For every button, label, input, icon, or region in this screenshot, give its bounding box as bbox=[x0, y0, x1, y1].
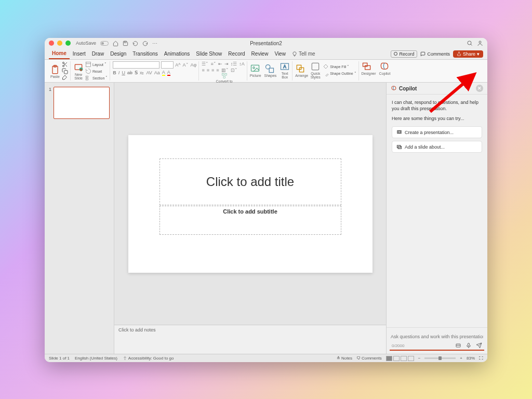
comments-toggle[interactable]: 🗨 Comments bbox=[356, 356, 382, 361]
close-window-button[interactable] bbox=[49, 41, 54, 46]
share-button[interactable]: Share ▾ bbox=[453, 50, 483, 58]
strikethrough-button[interactable]: ab bbox=[127, 70, 132, 75]
notes-pane[interactable]: Click to add notes bbox=[114, 325, 386, 354]
search-icon[interactable] bbox=[467, 40, 473, 46]
clear-format-icon[interactable]: Aφ bbox=[191, 62, 197, 68]
arrange-button[interactable]: Arrange bbox=[295, 63, 308, 77]
shape-outline-button[interactable]: Shape Outline ˅ bbox=[323, 71, 356, 77]
shapes-button[interactable]: Shapes bbox=[264, 63, 277, 77]
suggestion-create-presentation[interactable]: Create a presentation... bbox=[392, 126, 482, 138]
copy-icon[interactable] bbox=[62, 68, 68, 74]
tab-record[interactable]: Record bbox=[225, 48, 248, 59]
minimize-window-button[interactable] bbox=[57, 41, 62, 46]
columns-button[interactable]: ▥˅ bbox=[221, 68, 229, 73]
align-center-button[interactable]: ≡ bbox=[207, 68, 209, 73]
align-left-button[interactable]: ≡ bbox=[202, 68, 204, 73]
normal-view-button[interactable] bbox=[386, 356, 392, 361]
numbering-button[interactable]: ≡˅ bbox=[210, 61, 216, 66]
char-spacing-button[interactable]: AV bbox=[146, 70, 152, 75]
subscript-button[interactable]: x₂ bbox=[140, 70, 144, 75]
align-text-button[interactable]: ⊡˅ bbox=[231, 68, 237, 73]
maximize-window-button[interactable] bbox=[65, 41, 71, 46]
mic-icon[interactable] bbox=[466, 342, 472, 349]
subtitle-placeholder[interactable]: Click to add subtitle bbox=[159, 206, 341, 235]
tab-insert[interactable]: Insert bbox=[70, 48, 89, 59]
quick-styles-button[interactable]: Quick Styles bbox=[310, 61, 321, 79]
save-icon[interactable] bbox=[123, 41, 128, 46]
home-icon[interactable] bbox=[113, 41, 118, 46]
user-icon[interactable] bbox=[477, 40, 483, 46]
tell-me-search[interactable]: Tell me bbox=[292, 51, 315, 57]
fit-to-window-button[interactable]: ⛶ bbox=[479, 356, 483, 361]
sorter-view-button[interactable] bbox=[393, 356, 400, 361]
zoom-level[interactable]: 83% bbox=[467, 356, 475, 361]
copilot-input[interactable] bbox=[390, 332, 484, 341]
undo-icon[interactable] bbox=[132, 41, 138, 46]
svg-point-2 bbox=[479, 41, 481, 43]
tab-transitions[interactable]: Transitions bbox=[129, 48, 161, 59]
tab-design[interactable]: Design bbox=[107, 48, 129, 59]
notes-toggle[interactable]: ≛ Notes bbox=[337, 356, 352, 361]
picture-button[interactable]: Picture bbox=[250, 63, 261, 77]
redo-icon[interactable] bbox=[142, 41, 148, 46]
new-slide-button[interactable]: + New Slide bbox=[73, 62, 84, 80]
paste-button[interactable]: Paste bbox=[50, 64, 60, 78]
copilot-ribbon-button[interactable]: Copilot bbox=[379, 61, 391, 75]
italic-button[interactable]: I bbox=[118, 70, 120, 75]
title-placeholder[interactable]: Click to add title bbox=[159, 158, 341, 205]
record-button[interactable]: Record bbox=[391, 50, 417, 58]
svg-rect-25 bbox=[300, 68, 304, 72]
indent-dec-button[interactable]: ⇤ bbox=[218, 61, 222, 66]
shape-fill-button[interactable]: Shape Fill ˅ bbox=[323, 64, 356, 70]
change-case-button[interactable]: Aa bbox=[154, 70, 160, 75]
autosave-toggle[interactable] bbox=[100, 41, 109, 46]
slide-canvas[interactable]: Click to add title Click to add subtitle bbox=[114, 83, 386, 325]
format-painter-icon[interactable] bbox=[62, 75, 68, 81]
indent-inc-button[interactable]: ⇥ bbox=[224, 61, 229, 66]
section-button[interactable]: Section ˅ bbox=[85, 75, 108, 81]
comments-button[interactable]: Comments bbox=[420, 51, 450, 57]
cut-icon[interactable] bbox=[62, 61, 68, 68]
decrease-font-icon[interactable]: A˅ bbox=[183, 62, 189, 68]
font-family-selector[interactable] bbox=[113, 61, 159, 69]
font-color-button[interactable]: A bbox=[167, 70, 170, 76]
tab-home[interactable]: Home bbox=[49, 48, 70, 59]
tab-draw[interactable]: Draw bbox=[89, 48, 107, 59]
slideshow-view-button[interactable] bbox=[408, 356, 414, 361]
language-indicator[interactable]: English (United States) bbox=[75, 356, 117, 361]
zoom-in-button[interactable]: + bbox=[460, 356, 462, 361]
tab-review[interactable]: Review bbox=[248, 48, 272, 59]
svg-rect-26 bbox=[312, 63, 319, 70]
bullets-button[interactable]: ☰˅ bbox=[202, 61, 208, 66]
textbox-button[interactable]: AText Box bbox=[280, 61, 290, 79]
increase-font-icon[interactable]: A^ bbox=[175, 62, 180, 68]
zoom-slider[interactable] bbox=[424, 357, 456, 359]
shadow-button[interactable]: 𝗦 bbox=[135, 70, 138, 75]
suggestion-add-slide[interactable]: Add a slide about... bbox=[392, 141, 482, 153]
accessibility-indicator[interactable]: Accessibility: Good to go bbox=[123, 356, 174, 361]
font-size-selector[interactable] bbox=[161, 61, 174, 69]
slide-indicator[interactable]: Slide 1 of 1 bbox=[49, 356, 70, 361]
more-qat-icon[interactable]: ⋯ bbox=[152, 41, 157, 46]
reset-button[interactable]: Reset bbox=[85, 68, 108, 74]
tab-slideshow[interactable]: Slide Show bbox=[193, 48, 225, 59]
zoom-thumb[interactable] bbox=[438, 356, 442, 360]
justify-button[interactable]: ≡ bbox=[216, 68, 219, 73]
send-icon[interactable] bbox=[476, 342, 482, 349]
bold-button[interactable]: B bbox=[113, 70, 116, 75]
tab-animations[interactable]: Animations bbox=[161, 48, 193, 59]
svg-point-5 bbox=[63, 62, 64, 64]
text-direction-button[interactable]: ↕A bbox=[239, 61, 245, 66]
highlight-button[interactable]: A bbox=[162, 70, 165, 76]
underline-button[interactable]: U bbox=[122, 70, 125, 75]
reading-view-button[interactable] bbox=[401, 356, 407, 361]
tab-view[interactable]: View bbox=[271, 48, 289, 59]
zoom-out-button[interactable]: − bbox=[418, 356, 421, 361]
align-right-button[interactable]: ≡ bbox=[211, 68, 214, 73]
slide-thumbnail-1[interactable] bbox=[54, 87, 110, 119]
card-icon[interactable] bbox=[455, 342, 461, 349]
close-pane-button[interactable]: ✕ bbox=[476, 85, 483, 92]
line-spacing-button[interactable]: ↕☰ bbox=[231, 61, 237, 66]
designer-button[interactable]: Designer bbox=[362, 61, 376, 75]
layout-button[interactable]: Layout ˅ bbox=[85, 61, 108, 68]
